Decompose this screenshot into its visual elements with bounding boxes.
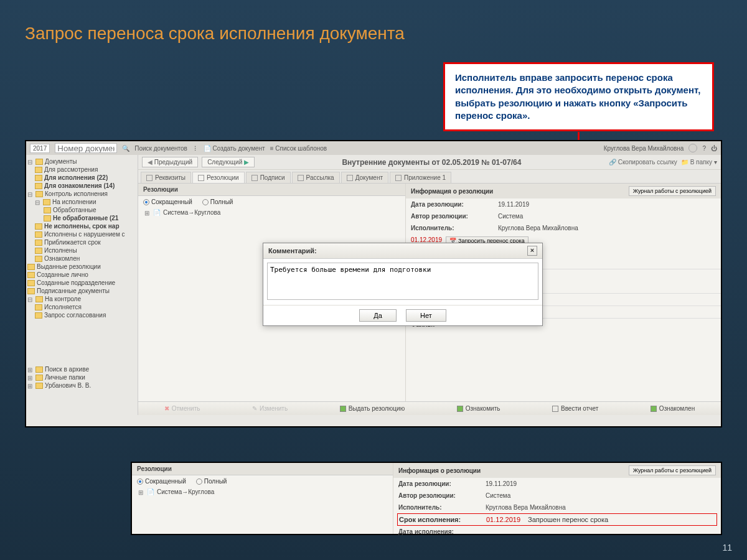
help-icon[interactable]: ? bbox=[702, 145, 706, 152]
tab-attachment-1[interactable]: Приложение 1 bbox=[390, 172, 451, 183]
tab-document[interactable]: Документ bbox=[341, 172, 388, 183]
info-header: Информация о резолюции Журнал работы с р… bbox=[406, 184, 721, 198]
doc-title: Внутренние документы от 02.05.2019 № 01-… bbox=[258, 158, 605, 167]
acquainted-action[interactable]: Ознакомлен bbox=[651, 405, 695, 412]
action-bar: ✖Отменить ✎Изменить Выдать резолюцию Озн… bbox=[138, 401, 721, 415]
search-icon[interactable]: 🔍 bbox=[122, 145, 129, 152]
search-docs-link[interactable]: Поиск документов bbox=[134, 145, 187, 152]
to-folder-button[interactable]: 📁 В папку ▾ bbox=[681, 159, 717, 166]
page-number: 11 bbox=[722, 543, 732, 553]
doc-number-input[interactable] bbox=[55, 143, 117, 153]
doc-nav-row: ◀ Предыдущий Следующий ▶ Внутренние доку… bbox=[138, 155, 721, 170]
view-full-radio[interactable]: Полный bbox=[202, 198, 233, 205]
cancel-action: ✖Отменить bbox=[164, 405, 200, 412]
callout-instructions-top: Исполнитель вправе запросить перенос сро… bbox=[443, 62, 714, 131]
executor-value-2: Круглова Вера Михайловна bbox=[486, 504, 566, 511]
date-value: 19.11.2019 bbox=[498, 201, 529, 208]
close-icon[interactable]: × bbox=[527, 246, 537, 256]
resolution-item[interactable]: 📄 Система→Круглова bbox=[138, 208, 405, 217]
result-panel: Резолюции Сокращенный Полный 📄 Система→К… bbox=[131, 462, 722, 535]
view-short-radio[interactable]: Сокращенный bbox=[143, 198, 192, 205]
app-topbar: 2017 🔍 Поиск документов ︙ 📄 Создать доку… bbox=[26, 141, 721, 155]
issue-resolution-action[interactable]: Выдать резолюцию bbox=[340, 405, 405, 412]
doc-tabs: Реквизиты Резолюции Подписи Рассылка Док… bbox=[138, 170, 721, 184]
edit-action: ✎Изменить bbox=[252, 405, 288, 412]
no-button[interactable]: Нет bbox=[406, 309, 446, 322]
year-selector[interactable]: 2017 bbox=[30, 144, 50, 153]
journal-button[interactable]: Журнал работы с резолюцией bbox=[629, 186, 716, 196]
exec-date-label: Дата исполнения: bbox=[398, 528, 486, 535]
create-doc-link[interactable]: 📄 Создать документ bbox=[204, 145, 265, 152]
next-button[interactable]: Следующий ▶ bbox=[202, 157, 255, 167]
tab-signatures[interactable]: Подписи bbox=[246, 172, 291, 183]
date-label-2: Дата резолюции: bbox=[398, 480, 486, 487]
dialog-title: Комментарий: bbox=[268, 247, 317, 254]
settings-icon[interactable] bbox=[688, 144, 697, 152]
templates-link[interactable]: ≡ Список шаблонов bbox=[270, 145, 327, 152]
executor-label-2: Исполнитель: bbox=[398, 504, 486, 511]
author-label: Автор резолюции: bbox=[411, 213, 498, 220]
copy-link-button[interactable]: 🔗 Скопировать ссылку bbox=[609, 159, 677, 166]
resolution-item-2[interactable]: 📄 Система→Круглова bbox=[132, 487, 393, 497]
acquaint-action[interactable]: Ознакомить bbox=[457, 405, 500, 412]
resolutions-header-2: Резолюции bbox=[132, 463, 393, 475]
current-user: Круглова Вера Михайловна bbox=[604, 145, 684, 152]
tab-requisites[interactable]: Реквизиты bbox=[141, 172, 191, 183]
deadline-value-2: 01.12.2019 bbox=[486, 516, 520, 523]
power-icon[interactable]: ⏻ bbox=[711, 145, 717, 152]
view-full-radio-2[interactable]: Полный bbox=[196, 478, 227, 485]
prev-button[interactable]: ◀ Предыдущий bbox=[142, 157, 198, 167]
executor-label: Исполнитель: bbox=[411, 225, 498, 231]
date-label: Дата резолюции: bbox=[411, 201, 498, 208]
app-window: 2017 🔍 Поиск документов ︙ 📄 Создать доку… bbox=[25, 140, 722, 427]
deadline-highlight: Срок исполнения: 01.12.2019 Запрошен пер… bbox=[397, 513, 717, 526]
comment-dialog: Комментарий: × Да Нет bbox=[263, 243, 543, 326]
enter-report-action[interactable]: Ввести отчет bbox=[552, 405, 598, 412]
folder-tree[interactable]: Документы Для рассмотрения Для исполнени… bbox=[26, 155, 138, 415]
view-short-radio-2[interactable]: Сокращенный bbox=[137, 478, 186, 485]
executor-value: Круглова Вера Михайловна bbox=[498, 225, 578, 231]
slide-title: Запрос переноса срока исполнения докумен… bbox=[0, 0, 747, 44]
yes-button[interactable]: Да bbox=[359, 309, 397, 322]
author-label-2: Автор резолюции: bbox=[398, 492, 486, 499]
comment-textarea[interactable] bbox=[267, 263, 538, 300]
author-value-2: Система bbox=[486, 492, 510, 499]
info-header-2: Информация о резолюции Журнал работы с р… bbox=[393, 463, 721, 478]
journal-button-2[interactable]: Журнал работы с резолюцией bbox=[629, 465, 716, 475]
author-value: Система bbox=[498, 213, 523, 220]
dialog-titlebar[interactable]: Комментарий: × bbox=[263, 243, 542, 259]
requested-status: Запрошен перенос срока bbox=[528, 516, 608, 523]
resolutions-header: Резолюции bbox=[138, 184, 405, 196]
tab-resolutions[interactable]: Резолюции bbox=[192, 172, 245, 183]
deadline-label-2: Срок исполнения: bbox=[399, 516, 486, 523]
tab-distribution[interactable]: Рассылка bbox=[292, 172, 340, 183]
toolbar-separator: ︙ bbox=[192, 145, 199, 152]
date-value-2: 19.11.2019 bbox=[486, 480, 517, 487]
